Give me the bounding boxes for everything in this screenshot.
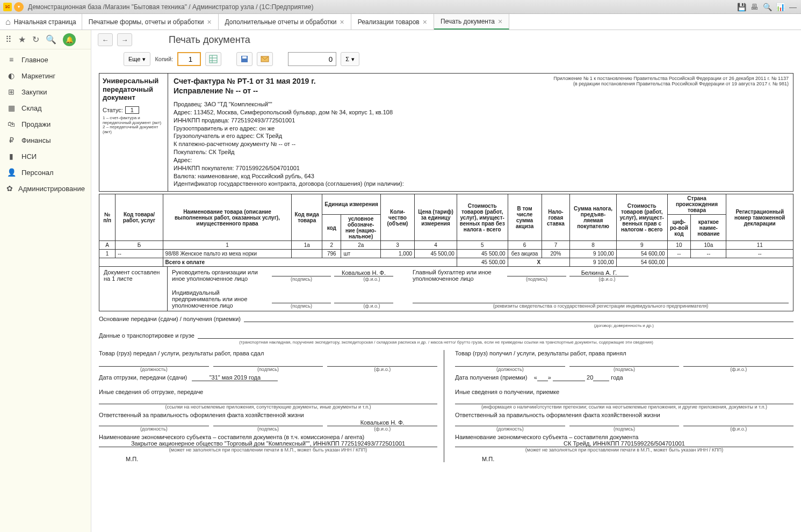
titlebar: 1C ▾ Демонстрационная база /Магазин "Быт… <box>0 0 801 14</box>
sidebar-item-label: Администрирование <box>18 185 85 193</box>
sidebar-icon: ✿ <box>6 184 13 193</box>
close-icon[interactable]: × <box>207 18 211 26</box>
window-title: Демонстрационная база /Магазин "Бытовая … <box>28 3 737 11</box>
sidebar-icon: 👤 <box>6 168 16 177</box>
sidebar-item-0[interactable]: ≡Главное <box>0 52 91 68</box>
chevron-down-icon: ▾ <box>142 56 146 63</box>
close-icon[interactable]: × <box>498 17 502 26</box>
save-icon[interactable]: 💾 <box>737 2 746 12</box>
back-button[interactable]: ← <box>98 33 113 46</box>
print-icon[interactable]: 🖶 <box>749 2 759 12</box>
tab-print-forms[interactable]: Печатные формы, отчеты и обработки× <box>82 14 219 30</box>
table-row: 1--98/88 Женское пальто из меха норки 79… <box>99 250 793 258</box>
minimize-icon[interactable]: — <box>788 2 798 12</box>
tab-home-label: Начальная страница <box>14 18 76 26</box>
upd-status-block: Универсальный передаточный документ Стат… <box>99 73 168 192</box>
sigma-button[interactable]: Σ ▾ <box>341 52 359 66</box>
sidebar-item-label: Склад <box>21 104 42 112</box>
search-icon[interactable]: 🔍 <box>46 34 56 45</box>
sidebar-item-label: Маркетинг <box>21 72 55 80</box>
sidebar-item-label: Продажи <box>21 120 50 128</box>
star-icon[interactable]: ★ <box>18 34 26 45</box>
home-icon: ⌂ <box>5 17 11 27</box>
tab-home[interactable]: ⌂ Начальная страница <box>0 14 82 30</box>
copies-input[interactable] <box>177 52 201 66</box>
tabs-bar: ⌂ Начальная страница Печатные формы, отч… <box>0 14 801 30</box>
sidebar-item-label: Финансы <box>21 136 51 144</box>
tab-print-document[interactable]: Печать документа× <box>434 14 509 30</box>
copies-label: Копий: <box>155 56 173 62</box>
sidebar-icon: ◐ <box>6 71 16 80</box>
page-title: Печать документа <box>169 34 250 46</box>
sidebar-item-8[interactable]: ✿Администрирование <box>0 180 91 196</box>
sidebar-icon: ⊞ <box>6 88 16 96</box>
save-button[interactable] <box>236 52 252 66</box>
history-icon[interactable]: ↻ <box>32 34 39 45</box>
sidebar-icon: ▦ <box>6 104 16 112</box>
mail-button[interactable] <box>257 52 273 66</box>
sidebar-item-2[interactable]: ⊞Закупки <box>0 84 91 100</box>
invoice-header-block: Приложение № 1 к постановлению Правитель… <box>168 73 793 192</box>
calc-icon[interactable]: 📊 <box>775 2 785 12</box>
sidebar-item-6[interactable]: ▮НСИ <box>0 148 91 164</box>
table-icon-button[interactable] <box>205 52 221 66</box>
chevron-down-icon: ▾ <box>351 56 355 63</box>
sidebar-item-7[interactable]: 👤Персонал <box>0 164 91 180</box>
sidebar-item-label: Главное <box>21 56 48 64</box>
sidebar-item-5[interactable]: ₽Финансы <box>0 132 91 148</box>
sidebar-item-label: НСИ <box>21 152 37 161</box>
sidebar-item-label: Персонал <box>21 169 54 177</box>
tab-additional-reports[interactable]: Дополнительные отчеты и обработки× <box>219 14 351 30</box>
sidebar-item-3[interactable]: ▦Склад <box>0 100 91 116</box>
sidebar-icon: ₽ <box>6 136 16 144</box>
apps-icon[interactable]: ⠿ <box>5 34 12 45</box>
link-icon[interactable]: 🔍 <box>762 2 772 12</box>
close-icon[interactable]: × <box>340 18 344 26</box>
sidebar-item-1[interactable]: ◐Маркетинг <box>0 68 91 84</box>
sidebar-icon: ▮ <box>6 152 16 161</box>
app-logo-icon: 1C <box>3 3 12 11</box>
forward-button[interactable]: → <box>117 33 132 46</box>
svg-rect-0 <box>210 55 217 63</box>
sidebar-icon: ≡ <box>6 55 16 64</box>
more-button[interactable]: Еще ▾ <box>124 52 150 66</box>
table-total-row: Всего к оплате 45 500,00X 9 100,0054 600… <box>99 258 793 267</box>
sidebar-item-4[interactable]: 🛍Продажи <box>0 116 91 132</box>
svg-rect-5 <box>242 56 247 59</box>
notifications-icon[interactable]: 🔔 <box>63 33 76 46</box>
sidebar-item-label: Закупки <box>21 88 47 96</box>
invoice-table: № п/п Код товара/ работ, услуг Наименова… <box>99 194 793 267</box>
app-menu-dropdown[interactable]: ▾ <box>14 2 24 12</box>
sidebar: ⠿ ★ ↻ 🔍 🔔 ≡Главное◐Маркетинг⊞Закупки▦Скл… <box>0 30 91 532</box>
sidebar-icon: 🛍 <box>6 120 16 128</box>
number-input[interactable] <box>288 52 336 66</box>
tab-sales[interactable]: Реализации товаров× <box>351 14 434 30</box>
close-icon[interactable]: × <box>423 18 427 26</box>
